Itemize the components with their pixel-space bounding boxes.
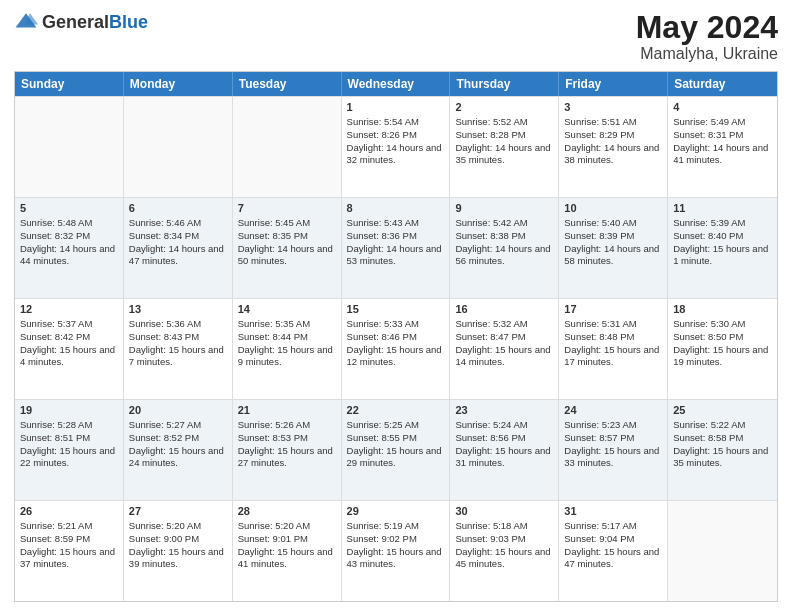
cal-cell-26: 26Sunrise: 5:21 AM Sunset: 8:59 PM Dayli… [15,501,124,601]
day-number: 20 [129,403,227,418]
location: Mamalyha, Ukraine [636,45,778,63]
day-info: Sunrise: 5:24 AM Sunset: 8:56 PM Dayligh… [455,419,550,468]
day-info: Sunrise: 5:32 AM Sunset: 8:47 PM Dayligh… [455,318,550,367]
day-number: 1 [347,100,445,115]
header: GeneralBlue May 2024 Mamalyha, Ukraine [14,10,778,63]
day-number: 8 [347,201,445,216]
cal-cell-29: 29Sunrise: 5:19 AM Sunset: 9:02 PM Dayli… [342,501,451,601]
day-info: Sunrise: 5:45 AM Sunset: 8:35 PM Dayligh… [238,217,333,266]
cal-header-monday: Monday [124,72,233,96]
cal-cell-16: 16Sunrise: 5:32 AM Sunset: 8:47 PM Dayli… [450,299,559,399]
cal-cell-24: 24Sunrise: 5:23 AM Sunset: 8:57 PM Dayli… [559,400,668,500]
cal-cell-3: 3Sunrise: 5:51 AM Sunset: 8:29 PM Daylig… [559,97,668,197]
cal-cell-empty-0-0 [15,97,124,197]
cal-row-1: 1Sunrise: 5:54 AM Sunset: 8:26 PM Daylig… [15,96,777,197]
day-info: Sunrise: 5:33 AM Sunset: 8:46 PM Dayligh… [347,318,442,367]
day-number: 25 [673,403,772,418]
day-number: 3 [564,100,662,115]
day-number: 9 [455,201,553,216]
day-number: 24 [564,403,662,418]
cal-cell-1: 1Sunrise: 5:54 AM Sunset: 8:26 PM Daylig… [342,97,451,197]
cal-cell-31: 31Sunrise: 5:17 AM Sunset: 9:04 PM Dayli… [559,501,668,601]
day-number: 19 [20,403,118,418]
cal-cell-17: 17Sunrise: 5:31 AM Sunset: 8:48 PM Dayli… [559,299,668,399]
cal-cell-15: 15Sunrise: 5:33 AM Sunset: 8:46 PM Dayli… [342,299,451,399]
day-info: Sunrise: 5:36 AM Sunset: 8:43 PM Dayligh… [129,318,224,367]
day-number: 21 [238,403,336,418]
cal-cell-18: 18Sunrise: 5:30 AM Sunset: 8:50 PM Dayli… [668,299,777,399]
cal-header-tuesday: Tuesday [233,72,342,96]
day-number: 5 [20,201,118,216]
day-info: Sunrise: 5:54 AM Sunset: 8:26 PM Dayligh… [347,116,442,165]
day-number: 2 [455,100,553,115]
cal-cell-10: 10Sunrise: 5:40 AM Sunset: 8:39 PM Dayli… [559,198,668,298]
day-info: Sunrise: 5:52 AM Sunset: 8:28 PM Dayligh… [455,116,550,165]
cal-header-thursday: Thursday [450,72,559,96]
day-info: Sunrise: 5:20 AM Sunset: 9:00 PM Dayligh… [129,520,224,569]
cal-cell-6: 6Sunrise: 5:46 AM Sunset: 8:34 PM Daylig… [124,198,233,298]
day-number: 14 [238,302,336,317]
logo: GeneralBlue [14,10,148,34]
day-number: 11 [673,201,772,216]
day-info: Sunrise: 5:51 AM Sunset: 8:29 PM Dayligh… [564,116,659,165]
cal-cell-13: 13Sunrise: 5:36 AM Sunset: 8:43 PM Dayli… [124,299,233,399]
day-info: Sunrise: 5:46 AM Sunset: 8:34 PM Dayligh… [129,217,224,266]
month-year: May 2024 [636,10,778,45]
day-number: 18 [673,302,772,317]
day-number: 6 [129,201,227,216]
day-info: Sunrise: 5:25 AM Sunset: 8:55 PM Dayligh… [347,419,442,468]
cal-cell-27: 27Sunrise: 5:20 AM Sunset: 9:00 PM Dayli… [124,501,233,601]
cal-row-2: 5Sunrise: 5:48 AM Sunset: 8:32 PM Daylig… [15,197,777,298]
day-info: Sunrise: 5:48 AM Sunset: 8:32 PM Dayligh… [20,217,115,266]
day-number: 15 [347,302,445,317]
day-number: 28 [238,504,336,519]
cal-cell-19: 19Sunrise: 5:28 AM Sunset: 8:51 PM Dayli… [15,400,124,500]
day-info: Sunrise: 5:49 AM Sunset: 8:31 PM Dayligh… [673,116,768,165]
cal-cell-28: 28Sunrise: 5:20 AM Sunset: 9:01 PM Dayli… [233,501,342,601]
day-number: 12 [20,302,118,317]
cal-cell-empty-0-2 [233,97,342,197]
day-info: Sunrise: 5:40 AM Sunset: 8:39 PM Dayligh… [564,217,659,266]
logo-general: General [42,12,109,32]
day-info: Sunrise: 5:37 AM Sunset: 8:42 PM Dayligh… [20,318,115,367]
cal-cell-22: 22Sunrise: 5:25 AM Sunset: 8:55 PM Dayli… [342,400,451,500]
day-info: Sunrise: 5:27 AM Sunset: 8:52 PM Dayligh… [129,419,224,468]
day-info: Sunrise: 5:22 AM Sunset: 8:58 PM Dayligh… [673,419,768,468]
cal-cell-empty-4-6 [668,501,777,601]
day-number: 30 [455,504,553,519]
day-number: 23 [455,403,553,418]
cal-cell-23: 23Sunrise: 5:24 AM Sunset: 8:56 PM Dayli… [450,400,559,500]
cal-header-friday: Friday [559,72,668,96]
cal-header-sunday: Sunday [15,72,124,96]
day-number: 7 [238,201,336,216]
cal-cell-21: 21Sunrise: 5:26 AM Sunset: 8:53 PM Dayli… [233,400,342,500]
cal-cell-14: 14Sunrise: 5:35 AM Sunset: 8:44 PM Dayli… [233,299,342,399]
logo-icon [14,10,38,34]
day-info: Sunrise: 5:28 AM Sunset: 8:51 PM Dayligh… [20,419,115,468]
cal-cell-9: 9Sunrise: 5:42 AM Sunset: 8:38 PM Daylig… [450,198,559,298]
cal-cell-4: 4Sunrise: 5:49 AM Sunset: 8:31 PM Daylig… [668,97,777,197]
cal-cell-12: 12Sunrise: 5:37 AM Sunset: 8:42 PM Dayli… [15,299,124,399]
day-number: 13 [129,302,227,317]
day-info: Sunrise: 5:39 AM Sunset: 8:40 PM Dayligh… [673,217,768,266]
logo-blue: Blue [109,12,148,32]
day-number: 17 [564,302,662,317]
logo-text: GeneralBlue [42,13,148,32]
day-number: 27 [129,504,227,519]
day-number: 16 [455,302,553,317]
day-info: Sunrise: 5:30 AM Sunset: 8:50 PM Dayligh… [673,318,768,367]
cal-cell-25: 25Sunrise: 5:22 AM Sunset: 8:58 PM Dayli… [668,400,777,500]
day-info: Sunrise: 5:23 AM Sunset: 8:57 PM Dayligh… [564,419,659,468]
calendar: SundayMondayTuesdayWednesdayThursdayFrid… [14,71,778,602]
day-info: Sunrise: 5:19 AM Sunset: 9:02 PM Dayligh… [347,520,442,569]
day-info: Sunrise: 5:17 AM Sunset: 9:04 PM Dayligh… [564,520,659,569]
day-info: Sunrise: 5:21 AM Sunset: 8:59 PM Dayligh… [20,520,115,569]
day-info: Sunrise: 5:43 AM Sunset: 8:36 PM Dayligh… [347,217,442,266]
cal-cell-5: 5Sunrise: 5:48 AM Sunset: 8:32 PM Daylig… [15,198,124,298]
cal-cell-2: 2Sunrise: 5:52 AM Sunset: 8:28 PM Daylig… [450,97,559,197]
cal-row-5: 26Sunrise: 5:21 AM Sunset: 8:59 PM Dayli… [15,500,777,601]
day-number: 29 [347,504,445,519]
calendar-header-row: SundayMondayTuesdayWednesdayThursdayFrid… [15,72,777,96]
cal-cell-30: 30Sunrise: 5:18 AM Sunset: 9:03 PM Dayli… [450,501,559,601]
day-number: 4 [673,100,772,115]
